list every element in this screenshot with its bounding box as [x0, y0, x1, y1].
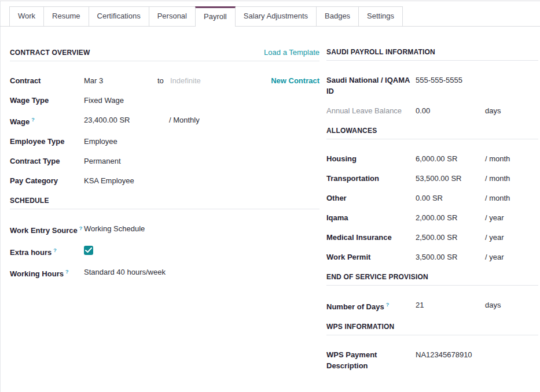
other-unit: / month: [485, 193, 510, 204]
left-column: CONTRACT OVERVIEW Load a Template Contra…: [10, 48, 319, 288]
tab-settings[interactable]: Settings: [358, 6, 403, 26]
employee-type-label: Employee Type: [10, 136, 84, 147]
load-template-link[interactable]: Load a Template: [264, 48, 319, 57]
extra-hours-row: Extra hours?: [10, 245, 319, 258]
medical-insurance-unit: / year: [485, 232, 504, 243]
wage-type-row: Wage Type Fixed Wage: [10, 95, 319, 106]
tab-work[interactable]: Work: [9, 6, 44, 26]
work-permit-row: Work Permit 3,500.00 SR / year: [326, 252, 538, 262]
contract-row: Contract Mar 3 to Indefinite New Contrac…: [10, 75, 319, 86]
wage-type-field[interactable]: Fixed Wage: [84, 95, 124, 106]
sheet-left-border: [0, 1, 1, 392]
tab-certifications[interactable]: Certifications: [89, 6, 149, 26]
medical-insurance-row: Medical Insurance 2,500.00 SR / year: [326, 232, 538, 243]
working-hours-label: Working Hours?: [10, 267, 84, 279]
wps-section: WPS INFORMATION WPS Payment Description …: [326, 323, 538, 371]
saudi-payroll-section: SAUDI PAYROLL INFORMATION Saudi National…: [326, 48, 538, 116]
work-permit-unit: / year: [485, 252, 504, 262]
housing-label: Housing: [326, 153, 416, 164]
right-column: SAUDI PAYROLL INFORMATION Saudi National…: [326, 48, 538, 380]
extra-hours-checkbox[interactable]: [84, 246, 93, 255]
contract-start-date-field[interactable]: Mar 3: [84, 75, 157, 86]
new-contract-link[interactable]: New Contract: [271, 75, 319, 86]
working-hours-field[interactable]: Standard 40 hours/week: [84, 267, 166, 278]
top-divider: [0, 1, 540, 1]
work-entry-source-label: Work Entry Source?: [10, 223, 84, 236]
extra-hours-label: Extra hours?: [10, 245, 84, 258]
annual-leave-balance-field[interactable]: 0.00: [416, 105, 485, 116]
form-notebook-tabbar: Work Resume Certifications Personal Payr…: [0, 6, 540, 27]
extra-hours-help-icon[interactable]: ?: [53, 247, 57, 253]
iqama-label: Iqama: [326, 212, 416, 223]
working-hours-row: Working Hours? Standard 40 hours/week: [10, 267, 319, 279]
allowances-section: ALLOWANCES Housing 6,000.00 SR / month T…: [326, 127, 538, 262]
wps-title: WPS INFORMATION: [326, 323, 394, 331]
work-permit-field[interactable]: 3,500.00 SR: [416, 252, 485, 262]
wage-period-field[interactable]: / Monthly: [169, 114, 200, 125]
checkmark-icon: [85, 247, 92, 253]
contract-type-field[interactable]: Permanent: [84, 156, 121, 167]
iqama-allowance-row: Iqama 2,000.00 SR / year: [326, 212, 538, 223]
work-entry-source-row: Work Entry Source? Working Schedule: [10, 223, 319, 236]
schedule-title: SCHEDULE: [10, 197, 49, 205]
number-of-days-label: Number of Days?: [326, 299, 416, 312]
housing-unit: / month: [485, 153, 510, 164]
work-permit-label: Work Permit: [326, 252, 416, 262]
annual-leave-balance-label: Annual Leave Balance: [326, 105, 416, 116]
number-of-days-row: Number of Days? 21 days: [326, 299, 538, 312]
tab-personal[interactable]: Personal: [149, 6, 196, 26]
annual-leave-balance-row: Annual Leave Balance 0.00 days: [326, 105, 538, 116]
wage-field[interactable]: 23,400.00 SR: [84, 114, 169, 125]
wps-payment-description-field[interactable]: NA12345678910: [416, 349, 485, 360]
other-allowance-row: Other 0.00 SR / month: [326, 193, 538, 204]
tab-resume[interactable]: Resume: [43, 6, 89, 26]
number-of-days-help-icon[interactable]: ?: [386, 302, 390, 308]
working-hours-help-icon[interactable]: ?: [65, 269, 69, 275]
iqama-id-row: Saudi National / IQAMA ID 555-555-5555: [326, 75, 538, 97]
tab-salary-adjustments[interactable]: Salary Adjustments: [235, 6, 317, 26]
work-entry-source-help-icon[interactable]: ?: [79, 225, 83, 231]
contract-end-date-field[interactable]: Indefinite: [170, 75, 201, 86]
medical-insurance-field[interactable]: 2,500.00 SR: [416, 232, 485, 243]
contract-type-row: Contract Type Permanent: [10, 156, 319, 167]
transportation-field[interactable]: 53,500.00 SR: [416, 173, 485, 184]
housing-field[interactable]: 6,000.00 SR: [416, 153, 485, 164]
saudi-payroll-title: SAUDI PAYROLL INFORMATION: [326, 48, 435, 56]
pay-category-field[interactable]: KSA Employee: [84, 175, 134, 186]
pay-category-row: Pay Category KSA Employee: [10, 175, 319, 186]
transportation-allowance-row: Transportation 53,500.00 SR / month: [326, 173, 538, 184]
end-of-service-section: END OF SERVICE PROVISION Number of Days?…: [326, 273, 538, 312]
wps-payment-description-label: WPS Payment Description: [326, 349, 416, 371]
wage-row: Wage? 23,400.00 SR / Monthly: [10, 114, 319, 127]
contract-label: Contract: [10, 75, 84, 86]
iqama-unit: / year: [485, 212, 504, 223]
tab-payroll[interactable]: Payroll: [195, 6, 236, 27]
payroll-form-page: Work Resume Certifications Personal Payr…: [0, 0, 540, 392]
number-of-days-unit: days: [485, 299, 501, 310]
work-entry-source-field[interactable]: Working Schedule: [84, 223, 145, 234]
contract-to-label: to: [157, 75, 170, 86]
other-field[interactable]: 0.00 SR: [416, 193, 485, 204]
allowances-title: ALLOWANCES: [326, 127, 377, 135]
wage-help-icon[interactable]: ?: [31, 117, 35, 123]
schedule-section: SCHEDULE Work Entry Source? Working Sche…: [10, 197, 319, 279]
transportation-unit: / month: [485, 173, 510, 184]
iqama-id-field[interactable]: 555-555-5555: [416, 75, 485, 86]
contract-overview-title: CONTRACT OVERVIEW: [10, 49, 90, 57]
employee-type-field[interactable]: Employee: [84, 136, 117, 147]
end-of-service-title: END OF SERVICE PROVISION: [326, 273, 428, 281]
iqama-field[interactable]: 2,000.00 SR: [416, 212, 485, 223]
tab-badges[interactable]: Badges: [316, 6, 359, 26]
employee-type-row: Employee Type Employee: [10, 136, 319, 147]
contract-type-label: Contract Type: [10, 156, 84, 167]
iqama-id-label: Saudi National / IQAMA ID: [326, 75, 416, 97]
housing-allowance-row: Housing 6,000.00 SR / month: [326, 153, 538, 164]
medical-insurance-label: Medical Insurance: [326, 232, 416, 243]
annual-leave-balance-unit: days: [485, 105, 501, 116]
number-of-days-field[interactable]: 21: [416, 299, 485, 310]
wage-type-label: Wage Type: [10, 95, 84, 106]
contract-overview-section: CONTRACT OVERVIEW Load a Template Contra…: [10, 48, 319, 186]
other-label: Other: [326, 193, 416, 204]
wage-label: Wage?: [10, 114, 84, 127]
pay-category-label: Pay Category: [10, 175, 84, 186]
